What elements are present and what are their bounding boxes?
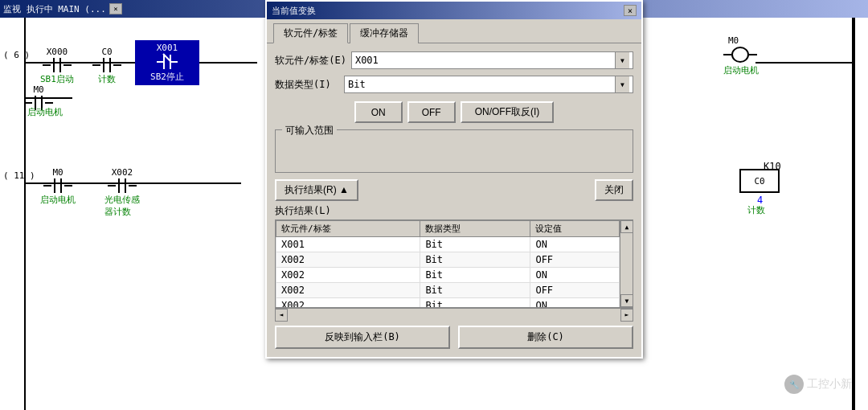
vertical-scrollbar[interactable]: ▲ ▼ bbox=[620, 220, 633, 307]
range-content bbox=[282, 133, 626, 166]
cell-device: X002 bbox=[276, 268, 420, 283]
results-table: 软元件/标签 数据类型 设定值 X001BitONX002BitOFFX002B… bbox=[276, 220, 620, 307]
cell-datatype: Bit bbox=[420, 268, 530, 283]
scroll-left-arrow[interactable]: ◄ bbox=[275, 309, 288, 322]
cell-datatype: Bit bbox=[420, 252, 530, 268]
cell-device: X002 bbox=[276, 252, 420, 268]
tab-device[interactable]: 软元件/标签 bbox=[273, 23, 348, 43]
table-row[interactable]: X002BitOFF bbox=[276, 252, 620, 268]
close-dialog-button[interactable]: 关闭 bbox=[595, 179, 633, 201]
table-row[interactable]: X001BitON bbox=[276, 237, 620, 252]
cell-value: OFF bbox=[530, 283, 620, 298]
cell-value: OFF bbox=[530, 252, 620, 268]
range-legend: 可输入范围 bbox=[282, 124, 337, 137]
cell-device: X002 bbox=[276, 298, 420, 308]
col-header-value: 设定值 bbox=[530, 221, 620, 237]
exec-results-label: 执行结果(L) bbox=[275, 204, 633, 218]
cell-datatype: Bit bbox=[420, 283, 530, 298]
cell-value: ON bbox=[530, 268, 620, 283]
datatype-field-row: 数据类型(I) Bit ▼ bbox=[275, 76, 633, 93]
cell-value: ON bbox=[530, 298, 620, 308]
exec-results-button[interactable]: 执行结果(R) ▲ bbox=[275, 179, 358, 201]
device-dropdown-arrow[interactable]: ▼ bbox=[615, 52, 629, 68]
reflect-button[interactable]: 反映到输入栏(B) bbox=[275, 326, 450, 349]
value-buttons-row: ON OFF ON/OFF取反(I) bbox=[275, 101, 633, 123]
table-row[interactable]: X002BitOFF bbox=[276, 283, 620, 298]
exec-results-header: 执行结果(R) ▲ 关闭 bbox=[275, 179, 633, 201]
results-table-container: 软元件/标签 数据类型 设定值 X001BitONX002BitOFFX002B… bbox=[275, 219, 633, 308]
on-button[interactable]: ON bbox=[354, 101, 403, 123]
cell-device: X001 bbox=[276, 237, 420, 252]
device-field-row: 软元件/标签(E) X001 ▼ bbox=[275, 51, 633, 69]
col-header-datatype: 数据类型 bbox=[420, 221, 530, 237]
scroll-down-arrow[interactable]: ▼ bbox=[620, 294, 633, 307]
table-row[interactable]: X002BitON bbox=[276, 298, 620, 308]
dialog-title: 当前值变换 bbox=[272, 5, 316, 17]
dialog-tabs: 软元件/标签 缓冲存储器 bbox=[267, 19, 641, 43]
datatype-combobox[interactable]: Bit ▼ bbox=[344, 76, 633, 93]
device-combobox[interactable]: X001 ▼ bbox=[351, 51, 633, 69]
dialog-titlebar: 当前值变换 × bbox=[267, 2, 641, 19]
dialog-close-button[interactable]: × bbox=[624, 5, 637, 16]
table-scroll-area: 软元件/标签 数据类型 设定值 X001BitONX002BitOFFX002B… bbox=[276, 220, 633, 307]
datatype-dropdown-arrow[interactable]: ▼ bbox=[615, 76, 629, 92]
horizontal-scrollbar[interactable]: ◄ ► bbox=[275, 308, 633, 321]
cell-datatype: Bit bbox=[420, 298, 530, 308]
delete-button[interactable]: 删除(C) bbox=[458, 326, 633, 349]
h-scroll-track[interactable] bbox=[288, 309, 620, 321]
tab-buffer[interactable]: 缓冲存储器 bbox=[350, 23, 419, 43]
cell-value: ON bbox=[530, 237, 620, 252]
table-row[interactable]: X002BitON bbox=[276, 268, 620, 283]
datatype-value: Bit bbox=[348, 79, 615, 90]
modal-overlay: 当前值变换 × 软元件/标签 缓冲存储器 软元件/标签(E) X001 ▼ bbox=[0, 0, 868, 410]
device-field-label: 软元件/标签(E) bbox=[275, 54, 346, 68]
toggle-button[interactable]: ON/OFF取反(I) bbox=[461, 101, 555, 123]
device-value: X001 bbox=[355, 55, 615, 66]
scroll-thumb[interactable] bbox=[620, 233, 633, 294]
cell-device: X002 bbox=[276, 283, 420, 298]
datatype-field-label: 数据类型(I) bbox=[275, 78, 339, 92]
scroll-right-arrow[interactable]: ► bbox=[620, 309, 633, 322]
bottom-buttons: 反映到输入栏(B) 删除(C) bbox=[275, 326, 633, 349]
range-group: 可输入范围 bbox=[275, 129, 633, 173]
cell-datatype: Bit bbox=[420, 237, 530, 252]
off-button[interactable]: OFF bbox=[407, 101, 456, 123]
dialog-body: 软元件/标签(E) X001 ▼ 数据类型(I) Bit ▼ ON bbox=[267, 43, 641, 357]
scroll-up-arrow[interactable]: ▲ bbox=[620, 220, 633, 233]
current-value-dialog: 当前值变换 × 软元件/标签 缓冲存储器 软元件/标签(E) X001 ▼ bbox=[265, 0, 643, 359]
col-header-device: 软元件/标签 bbox=[276, 221, 420, 237]
